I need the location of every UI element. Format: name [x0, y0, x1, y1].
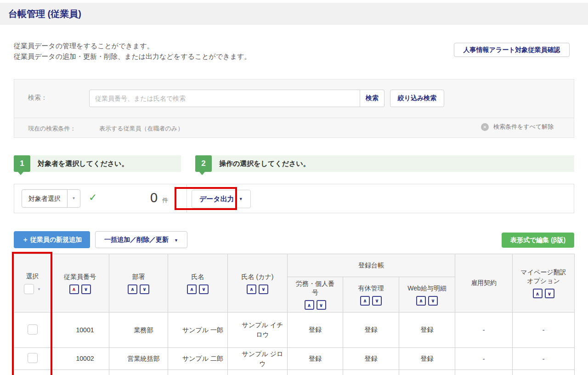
sort-asc-button[interactable]: ∧: [69, 284, 79, 294]
clear-all-label: 検索条件をすべて解除: [493, 123, 554, 131]
chevron-down-icon[interactable]: ▼: [37, 287, 41, 291]
divider: [187, 184, 187, 213]
sort-asc-button[interactable]: ∧: [360, 296, 370, 306]
row-checkbox[interactable]: [28, 353, 38, 363]
header-labor-mynumber-label: 労務・個人番号: [294, 279, 336, 297]
header-select-label: 選択: [26, 272, 39, 281]
row-select-cell: [14, 370, 51, 375]
header-name-kana-label: 氏名 (カナ): [242, 273, 274, 281]
sort-asc-button[interactable]: ∧: [187, 284, 197, 294]
step1-badge-tail: [18, 172, 23, 175]
cell-kana: サンプル イチロウ: [228, 312, 288, 348]
selection-operation-row: 対象者選択 ▼ ✓ 0 件 データ出力 ▼: [14, 184, 574, 213]
cell-contract: -: [455, 348, 513, 370]
sort-asc-button[interactable]: ∧: [128, 284, 137, 294]
header-paid-leave-label: 有休管理: [358, 284, 384, 293]
bulk-update-label: 一括追加／削除／更新: [104, 236, 169, 243]
row-checkbox[interactable]: [28, 324, 38, 335]
cell-emp-no: 10001: [51, 312, 109, 348]
cell-emp-no: 10002: [51, 348, 109, 370]
cell-leave: 登録: [343, 348, 399, 370]
header-web-payslip-label: Web給与明細: [407, 284, 447, 293]
sort-desc-button[interactable]: ∨: [545, 289, 554, 298]
current-conditions-label: 現在の検索条件：: [28, 125, 76, 133]
data-export-button[interactable]: データ出力 ▼: [192, 190, 251, 208]
sort-desc-button[interactable]: ∨: [81, 284, 91, 294]
cell-mypage: -: [513, 312, 575, 348]
step2-text: 操作の選択をしてください。: [219, 155, 310, 172]
header-employee-number-label: 従業員番号: [64, 273, 96, 281]
page-title: 台帳管理 (従業員): [8, 3, 81, 25]
header-labor-mynumber: 労務・個人番号 ∧ ∨: [288, 277, 343, 312]
header-employment-contract: 雇用契約: [455, 254, 513, 312]
search-panel: 検索： 検索 絞り込み検索 現在の検索条件： 表示する従業員（在職者のみ） ✕ …: [14, 79, 574, 138]
sort-desc-button[interactable]: ∨: [259, 284, 268, 294]
cell-dept: 業務部: [109, 312, 168, 348]
cell-payslip: 登録: [399, 348, 455, 370]
step2-banner: 2 操作の選択をしてください。: [195, 155, 574, 172]
sort-asc-button[interactable]: ∧: [533, 289, 543, 298]
sort-asc-button[interactable]: ∧: [247, 284, 256, 294]
selected-count-unit: 件: [162, 196, 168, 205]
table-edit-beta-button[interactable]: 表形式で編集 (β版): [502, 233, 574, 248]
sort-desc-button[interactable]: ∨: [428, 296, 438, 306]
table-row: 10002 営業統括部 サンプル 二郎 サンプル ジロウ 登録 登録 登録 - …: [14, 348, 575, 370]
cell-name: サンプル 一郎: [168, 312, 228, 348]
data-export-label: データ出力: [199, 195, 234, 204]
header-name: 氏名 ∧ ∨: [168, 254, 228, 312]
bulk-update-dropdown-button[interactable]: 一括追加／削除／更新 ▼: [95, 231, 187, 248]
target-select-label: 対象者選択: [22, 190, 67, 207]
selected-count: 0: [150, 190, 158, 205]
description-line-1: 従業員データの管理をすることができます。: [14, 40, 251, 51]
chevron-down-icon: ▼: [239, 197, 243, 201]
filter-search-button[interactable]: 絞り込み検索: [390, 90, 444, 107]
header-department: 部署 ∧ ∨: [109, 254, 168, 312]
step2-badge-tail: [199, 172, 205, 175]
table-row: [14, 370, 575, 375]
page: 台帳管理 (従業員) 従業員データの管理をすることができます。 従業員データの追…: [0, 0, 588, 375]
step2-badge: 2: [195, 155, 212, 172]
add-employee-button[interactable]: ＋ 従業員の新規追加: [14, 231, 90, 248]
page-description: 従業員データの管理をすることができます。 従業員データの追加・更新・削除、または…: [14, 40, 251, 62]
sort-asc-button[interactable]: ∧: [416, 296, 426, 306]
check-icon: ✓: [89, 192, 97, 204]
row-select-cell: [14, 312, 51, 348]
cell-labor: 登録: [288, 348, 343, 370]
clear-circle-x-icon[interactable]: ✕: [481, 123, 489, 131]
step1-banner: 1 対象者を選択してください。: [14, 155, 181, 172]
step1-text: 対象者を選択してください。: [38, 155, 128, 172]
cell-payslip: 登録: [399, 312, 455, 348]
header-department-label: 部署: [132, 273, 145, 281]
chevron-down-icon: ▼: [174, 238, 178, 243]
table-header-row-top: 選択 ▼ 従業員番号 ∧ ∨ 部署: [14, 254, 575, 277]
cell-labor: 登録: [288, 312, 343, 348]
header-paid-leave: 有休管理 ∧ ∨: [343, 277, 399, 312]
sort-desc-button[interactable]: ∨: [317, 300, 326, 310]
header-mypage-translation: マイページ翻訳オプション ∧ ∨: [513, 254, 575, 312]
sort-desc-button[interactable]: ∨: [199, 284, 209, 294]
header-band: 台帳管理 (従業員): [0, 3, 588, 25]
divider: [14, 118, 574, 118]
sort-desc-button[interactable]: ∨: [140, 284, 149, 294]
search-label: 検索：: [28, 94, 47, 102]
row-select-cell: [14, 348, 51, 370]
header-registered-ledgers: 登録台帳: [288, 254, 455, 277]
select-all-checkbox[interactable]: [24, 284, 34, 294]
search-button[interactable]: 検索: [360, 90, 384, 107]
header-select: 選択 ▼: [14, 254, 51, 312]
table-row: 10001 業務部 サンプル 一郎 サンプル イチロウ 登録 登録 登録 - -: [14, 312, 575, 348]
current-conditions-value: 表示する従業員（在職者のみ）: [99, 125, 183, 133]
search-input[interactable]: [89, 90, 360, 107]
header-mypage-translation-label: マイページ翻訳オプション: [519, 268, 568, 285]
target-select-dropdown[interactable]: 対象者選択 ▼: [22, 189, 80, 208]
hr-alert-check-button[interactable]: 人事情報アラート対象従業員確認: [454, 43, 570, 57]
step1-badge: 1: [14, 155, 30, 172]
header-employee-number: 従業員番号 ∧ ∨: [51, 254, 109, 312]
sort-asc-button[interactable]: ∧: [305, 300, 314, 310]
clear-all-conditions[interactable]: ✕ 検索条件をすべて解除: [481, 123, 554, 131]
cell-name: サンプル 二郎: [168, 348, 228, 370]
chevron-down-icon[interactable]: ▼: [67, 190, 80, 207]
cell-contract: -: [455, 312, 513, 348]
cell-mypage: -: [513, 348, 575, 370]
sort-desc-button[interactable]: ∨: [372, 296, 382, 306]
